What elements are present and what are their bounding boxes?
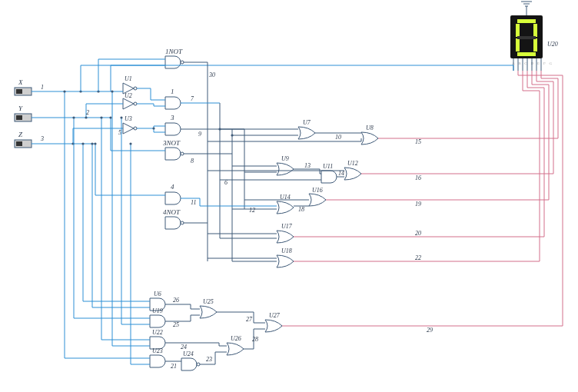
svg-point-34	[181, 152, 184, 155]
svg-text:U22: U22	[152, 329, 163, 336]
svg-text:U3: U3	[125, 115, 132, 122]
svg-text:20: 20	[415, 230, 421, 237]
svg-text:29: 29	[427, 327, 433, 334]
input-y-value: 1	[18, 114, 22, 121]
input-y-label: Y	[18, 105, 23, 112]
svg-text:7: 7	[191, 95, 194, 102]
svg-text:1NOT: 1NOT	[165, 48, 183, 55]
svg-text:3NOT: 3NOT	[162, 139, 181, 147]
svg-text:U19: U19	[152, 307, 163, 314]
svg-text:U7: U7	[303, 119, 311, 126]
svg-text:11: 11	[191, 199, 196, 206]
svg-text:5: 5	[118, 129, 121, 136]
ground-icon	[521, 2, 532, 15]
svg-text:U25: U25	[203, 298, 214, 305]
display-ref: U20	[547, 41, 558, 48]
gate-u24: U24	[181, 350, 200, 370]
gate-u2: U2	[123, 92, 137, 109]
gate-u23: U23	[150, 347, 165, 367]
svg-point-52	[197, 363, 200, 366]
svg-text:24: 24	[181, 344, 187, 350]
input-y[interactable]: 1 Y	[15, 105, 32, 121]
svg-text:8: 8	[191, 158, 194, 164]
svg-text:2: 2	[86, 109, 89, 116]
input-x-label: X	[18, 78, 23, 86]
svg-rect-14	[533, 24, 537, 37]
svg-text:4: 4	[171, 183, 174, 191]
gate-and4: 4	[165, 183, 181, 204]
svg-text:U23: U23	[152, 347, 163, 354]
svg-text:U1: U1	[125, 75, 132, 82]
gate-u12: U12	[344, 160, 361, 180]
svg-rect-16	[517, 52, 536, 56]
svg-rect-13	[517, 19, 536, 23]
svg-text:14: 14	[338, 170, 344, 177]
svg-rect-18	[516, 24, 520, 37]
gate-u17: U17	[277, 223, 294, 243]
input-z-value: 1	[18, 140, 22, 147]
seven-segment-display: A B C D E F G U20	[510, 2, 558, 71]
gate-u7: U7	[298, 119, 315, 139]
gate-u25: U25	[200, 298, 217, 318]
svg-point-37	[181, 221, 184, 224]
svg-text:3: 3	[40, 135, 44, 142]
svg-text:25: 25	[173, 321, 179, 328]
svg-text:U2: U2	[125, 92, 132, 99]
svg-text:U11: U11	[323, 163, 333, 170]
gate-and1: 1	[165, 88, 181, 109]
svg-rect-15	[533, 38, 537, 51]
svg-text:22: 22	[415, 254, 421, 261]
svg-rect-19	[517, 36, 536, 39]
gate-u3: U3	[123, 115, 137, 134]
input-z-label: Z	[18, 131, 23, 138]
gate-u14: U14	[277, 194, 294, 214]
svg-text:26: 26	[173, 297, 179, 304]
svg-text:19: 19	[415, 201, 421, 208]
gate-u9: U9	[277, 155, 294, 175]
svg-text:27: 27	[246, 316, 253, 323]
input-z[interactable]: 1 Z	[15, 131, 32, 148]
svg-text:4NOT: 4NOT	[163, 208, 181, 216]
svg-text:13: 13	[304, 162, 311, 169]
gate-u8: U8	[361, 125, 378, 145]
svg-point-27	[181, 61, 184, 64]
svg-text:28: 28	[252, 336, 258, 343]
svg-text:30: 30	[208, 71, 215, 78]
svg-text:U12: U12	[347, 160, 358, 167]
svg-text:16: 16	[415, 174, 421, 181]
input-x[interactable]: 1 X	[15, 78, 32, 95]
svg-text:U16: U16	[312, 187, 323, 194]
svg-text:U27: U27	[269, 312, 281, 319]
svg-text:U9: U9	[281, 155, 289, 162]
svg-text:1: 1	[41, 84, 44, 91]
svg-text:23: 23	[206, 356, 212, 363]
svg-rect-17	[516, 38, 520, 51]
svg-text:1: 1	[171, 88, 174, 95]
wires: 1 2 3 7 9 8 6 11 5 10 13 14	[32, 59, 563, 370]
svg-text:9: 9	[198, 131, 201, 138]
svg-text:10: 10	[335, 134, 341, 141]
svg-text:18: 18	[298, 206, 304, 213]
gate-and3: 3	[165, 114, 181, 135]
gate-u26: U26	[227, 335, 244, 355]
gate-and3not: 3NOT	[162, 139, 184, 160]
input-x-value: 1	[18, 88, 22, 95]
gate-u11: U11	[321, 163, 337, 183]
svg-text:U18: U18	[281, 247, 292, 254]
svg-text:21: 21	[171, 363, 177, 370]
gate-and4not: 4NOT	[163, 208, 184, 229]
svg-text:U8: U8	[366, 125, 374, 131]
svg-text:U17: U17	[281, 223, 293, 230]
svg-text:15: 15	[415, 138, 421, 145]
gate-u22: U22	[150, 329, 165, 349]
gate-u16: U16	[309, 187, 326, 206]
svg-text:U24: U24	[183, 350, 194, 357]
gate-u1: U1	[123, 75, 137, 94]
svg-text:12: 12	[249, 207, 255, 214]
gate-u27: U27	[265, 312, 282, 332]
gate-u18: U18	[277, 247, 294, 267]
svg-text:U26: U26	[231, 335, 241, 342]
gate-u19: U19	[150, 307, 165, 327]
svg-text:U6: U6	[154, 291, 161, 297]
svg-text:3: 3	[170, 114, 174, 121]
